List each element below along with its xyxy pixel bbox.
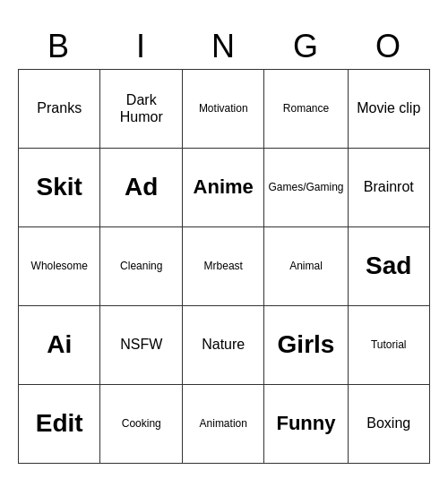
- bingo-cell-11[interactable]: Cleaning: [100, 227, 183, 306]
- bingo-cell-3[interactable]: Romance: [264, 70, 348, 149]
- bingo-cell-15[interactable]: Ai: [19, 306, 100, 385]
- cell-text-17: Nature: [202, 336, 245, 353]
- bingo-cell-9[interactable]: Brainrot: [349, 149, 431, 227]
- bingo-cell-13[interactable]: Animal: [264, 227, 348, 306]
- cell-text-18: Girls: [278, 329, 335, 360]
- cell-text-21: Cooking: [122, 417, 161, 430]
- bingo-cell-2[interactable]: Motivation: [183, 70, 264, 149]
- cell-text-19: Tutorial: [371, 338, 407, 351]
- header-i: I: [100, 24, 183, 69]
- bingo-cell-20[interactable]: Edit: [19, 385, 100, 464]
- cell-text-22: Animation: [200, 417, 247, 430]
- bingo-cell-12[interactable]: Mrbeast: [183, 227, 264, 306]
- cell-text-4: Movie clip: [357, 99, 420, 116]
- bingo-cell-7[interactable]: Anime: [183, 149, 264, 227]
- header-n: N: [183, 24, 265, 69]
- cell-text-1: Dark Humor: [104, 91, 178, 125]
- bingo-cell-4[interactable]: Movie clip: [349, 70, 431, 149]
- bingo-cell-21[interactable]: Cooking: [100, 385, 183, 464]
- bingo-cell-8[interactable]: Games/Gaming: [264, 149, 348, 227]
- cell-text-14: Sad: [366, 251, 411, 281]
- cell-text-2: Motivation: [199, 102, 248, 115]
- cell-text-8: Games/Gaming: [268, 181, 343, 193]
- header-g: G: [265, 24, 348, 69]
- bingo-cell-1[interactable]: Dark Humor: [100, 70, 183, 149]
- cell-text-23: Funny: [276, 412, 335, 435]
- cell-text-6: Ad: [125, 172, 158, 202]
- bingo-cell-5[interactable]: Skit: [19, 149, 100, 227]
- cell-text-9: Brainrot: [364, 178, 414, 195]
- bingo-cell-0[interactable]: Pranks: [19, 70, 100, 149]
- bingo-cell-19[interactable]: Tutorial: [349, 306, 431, 385]
- cell-text-13: Animal: [289, 260, 323, 272]
- cell-text-11: Cleaning: [120, 260, 162, 272]
- bingo-header: B I N G O: [18, 24, 430, 69]
- cell-text-5: Skit: [37, 172, 82, 202]
- cell-text-7: Anime: [194, 175, 254, 199]
- bingo-cell-22[interactable]: Animation: [183, 385, 264, 464]
- bingo-cell-24[interactable]: Boxing: [349, 385, 431, 464]
- header-b: B: [18, 24, 100, 69]
- cell-text-24: Boxing: [366, 414, 410, 431]
- cell-text-16: NSFW: [120, 336, 162, 353]
- cell-text-3: Romance: [283, 102, 329, 115]
- bingo-cell-10[interactable]: Wholesome: [19, 227, 100, 306]
- cell-text-10: Wholesome: [31, 260, 88, 272]
- cell-text-15: Ai: [47, 329, 72, 360]
- bingo-cell-16[interactable]: NSFW: [100, 306, 183, 385]
- bingo-cell-14[interactable]: Sad: [349, 227, 431, 306]
- cell-text-20: Edit: [36, 408, 83, 439]
- bingo-cell-18[interactable]: Girls: [264, 306, 348, 385]
- header-o: O: [348, 24, 430, 69]
- cell-text-0: Pranks: [37, 99, 82, 116]
- cell-text-12: Mrbeast: [204, 260, 243, 272]
- bingo-grid: PranksDark HumorMotivationRomanceMovie c…: [18, 69, 430, 464]
- bingo-cell-6[interactable]: Ad: [100, 149, 183, 227]
- bingo-card: B I N G O PranksDark HumorMotivationRoma…: [18, 24, 430, 464]
- bingo-cell-23[interactable]: Funny: [264, 385, 348, 464]
- bingo-cell-17[interactable]: Nature: [183, 306, 264, 385]
